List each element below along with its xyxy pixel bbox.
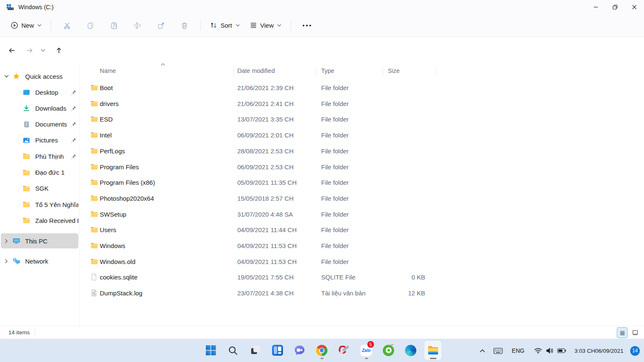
file-date-modified: 05/09/2021 11:35 CH	[237, 179, 297, 186]
restore-button[interactable]	[605, 0, 625, 14]
file-row-esd[interactable]: ESD13/07/2021 3:35 CHFile folder	[80, 111, 641, 127]
notification-count-badge[interactable]: 14	[630, 346, 640, 356]
folder-icon	[91, 116, 98, 122]
file-row-windows-old[interactable]: Windows.old04/09/2021 11:53 CHFile folde…	[80, 253, 641, 269]
file-list-pane: Name Date modified Type Size Boot21/06/2…	[80, 64, 644, 326]
file-row-drivers[interactable]: drivers21/06/2021 2:41 CHFile folder	[80, 96, 641, 111]
file-explorer-button[interactable]	[424, 341, 441, 360]
file-name: Program Files (x86)	[100, 179, 155, 186]
folder-icon	[91, 211, 98, 217]
sidebar-item-desktop[interactable]: Desktop	[1, 85, 78, 100]
chevron-right-icon[interactable]	[1, 239, 12, 243]
taskbar-search-button[interactable]	[224, 341, 242, 360]
chevron-down-icon[interactable]	[1, 75, 12, 78]
sidebar-item-documents[interactable]: Documents	[1, 117, 78, 132]
column-header-date-modified[interactable]: Date modified	[237, 67, 275, 74]
rename-button[interactable]	[129, 18, 146, 34]
sidebar-item-downloads[interactable]: Downloads	[1, 101, 78, 116]
column-divider[interactable]	[234, 67, 234, 77]
chevron-right-icon[interactable]	[1, 259, 12, 264]
back-button[interactable]	[4, 43, 19, 58]
column-header-size[interactable]: Size	[388, 67, 400, 74]
file-row-dumpstack-log[interactable]: DumpStack.log23/07/2021 4:38 CHTài liệu …	[80, 285, 641, 301]
file-row-users[interactable]: Users04/09/2021 11:44 CHFile folder	[80, 222, 641, 238]
sidebar-item-t-5-y-n-ngh-a[interactable]: Tổ 5 Yên Nghĩa	[1, 197, 78, 212]
file-date-modified: 31/07/2020 4:48 SA	[237, 210, 293, 217]
recent-locations-button[interactable]	[37, 43, 49, 58]
start-button[interactable]	[202, 341, 219, 360]
file-date-modified: 28/08/2021 2:53 CH	[237, 147, 293, 154]
column-divider[interactable]	[383, 67, 383, 77]
widgets-button[interactable]	[269, 341, 286, 360]
column-divider[interactable]	[436, 67, 436, 77]
touch-keyboard-button[interactable]	[491, 342, 506, 359]
sidebar-item-this-pc[interactable]: This PC	[1, 233, 78, 248]
navigation-row: ❯ This PC ❯ Windows (C:) Search Windows …	[0, 37, 644, 64]
chrome-icon	[316, 345, 327, 356]
forward-button[interactable]	[22, 43, 37, 58]
file-row-cookies-sqlite[interactable]: cookies.sqlite19/05/2021 7:55 CHSQLITE F…	[80, 269, 641, 285]
ccleaner-button[interactable]: C	[335, 341, 353, 360]
task-view-button[interactable]	[247, 341, 264, 360]
sort-button[interactable]: Sort	[205, 18, 245, 34]
file-date-modified: 04/09/2021 11:53 CH	[237, 258, 297, 265]
keyboard-icon	[493, 347, 503, 354]
taskbar: C Zalo 5 ⁗ ENG 3:03 CH	[0, 339, 644, 362]
file-name: Users	[100, 226, 116, 233]
new-button[interactable]: New	[6, 18, 47, 34]
sidebar-item-ph-th-nh[interactable]: Phú Thịnh	[1, 149, 78, 164]
copy-button[interactable]	[82, 18, 99, 34]
column-header-type[interactable]: Type	[321, 67, 334, 74]
paste-button[interactable]	[106, 18, 122, 34]
clock[interactable]: 3:03 CH 06/09/2021	[572, 342, 626, 359]
command-toolbar: New Sort View	[0, 14, 644, 37]
delete-button[interactable]	[176, 18, 193, 34]
sort-button-label: Sort	[221, 22, 232, 29]
up-button[interactable]	[51, 43, 66, 58]
zalo-button[interactable]: Zalo 5	[358, 341, 375, 360]
chevron-down-icon	[236, 24, 240, 27]
system-status-button[interactable]	[531, 342, 569, 359]
file-row-intel[interactable]: Intel06/09/2021 2:01 CHFile folder	[80, 127, 641, 143]
file-row-program-files[interactable]: Program Files06/09/2021 2:53 CHFile fold…	[80, 159, 641, 175]
folder-icon	[91, 163, 98, 170]
file-date-modified: 04/09/2021 11:53 CH	[237, 242, 297, 249]
sidebar-item-quick-access[interactable]: Quick access	[1, 69, 78, 84]
file-row-boot[interactable]: Boot21/06/2021 2:39 CHFile folder	[80, 80, 641, 96]
file-row-swsetup[interactable]: SWSetup31/07/2020 4:48 SAFile folder	[80, 206, 641, 222]
show-hidden-icons-button[interactable]	[477, 342, 488, 359]
edge-button[interactable]	[402, 341, 419, 360]
coccoc-button[interactable]: ⁗	[380, 341, 397, 360]
cut-icon	[63, 22, 71, 29]
chrome-button[interactable]	[313, 341, 330, 360]
see-more-button[interactable]	[299, 18, 315, 34]
sidebar-item-label: Pictures	[35, 137, 68, 144]
navigation-pane: Quick access DesktopDownloadsDocumentsPi…	[0, 64, 80, 326]
sidebar-item--o-c-1[interactable]: Đạo đức 1	[1, 165, 78, 180]
file-row-program-files-x86-[interactable]: Program Files (x86)05/09/2021 11:35 CHFi…	[80, 174, 641, 190]
window-title: Windows (C:)	[18, 4, 54, 10]
language-indicator[interactable]: ENG	[508, 342, 528, 359]
column-divider[interactable]	[316, 67, 316, 77]
back-arrow-icon	[8, 47, 16, 54]
file-type: File folder	[321, 163, 349, 170]
cut-button[interactable]	[59, 18, 75, 34]
sidebar-item-zalo-received-files[interactable]: Zalo Received Files	[1, 213, 78, 228]
file-row-perflogs[interactable]: PerfLogs28/08/2021 2:53 CHFile folder	[80, 143, 641, 159]
view-button[interactable]: View	[245, 18, 286, 34]
large-icons-view-button[interactable]	[630, 327, 641, 338]
file-row-windows[interactable]: Windows04/09/2021 11:53 CHFile folder	[80, 238, 641, 253]
file-date-modified: 13/07/2021 3:35 CH	[237, 116, 293, 123]
column-header-name[interactable]: Name	[100, 67, 116, 74]
details-view-button[interactable]	[617, 327, 628, 338]
minimize-button[interactable]	[586, 0, 605, 14]
sidebar-item-sgk[interactable]: SGK	[1, 181, 78, 196]
close-button[interactable]	[625, 0, 644, 14]
share-button[interactable]	[153, 18, 169, 34]
sidebar-item-network[interactable]: Network	[1, 253, 78, 269]
file-name: Photoshop2020x64	[100, 194, 154, 202]
star-icon	[12, 72, 21, 80]
file-row-photoshop2020x64[interactable]: Photoshop2020x6415/05/2018 2:57 CHFile f…	[80, 190, 641, 206]
sidebar-item-pictures[interactable]: Pictures	[1, 133, 78, 148]
chat-button[interactable]	[291, 341, 308, 360]
